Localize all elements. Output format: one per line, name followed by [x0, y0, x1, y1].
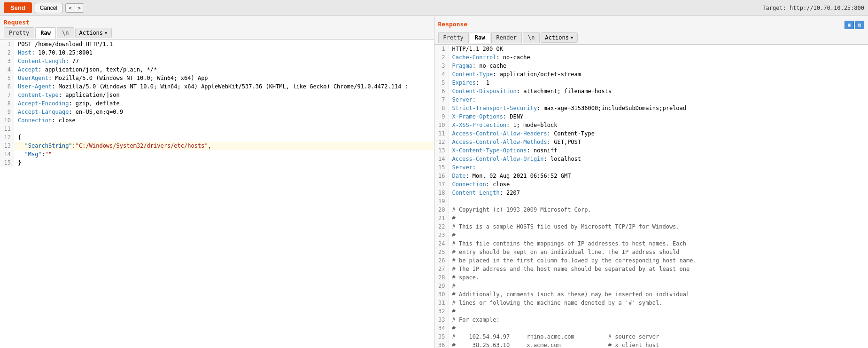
line-number: 11 [434, 129, 449, 138]
line-content: POST /home/download HTTP/1.1 [14, 40, 434, 48]
line-content: Content-Disposition: attachment; filenam… [449, 87, 868, 95]
line-content: Server: [449, 95, 868, 104]
table-row: 31# lines or following the machine name … [434, 299, 868, 307]
line-number: 32 [434, 307, 449, 316]
line-content: X-Frame-Options: DENY [449, 112, 868, 121]
table-row: 7Server: [434, 95, 868, 104]
line-number: 25 [434, 248, 449, 256]
request-content: 1POST /home/download HTTP/1.12Host: 10.7… [0, 40, 434, 348]
line-number: 1 [0, 40, 14, 48]
table-row: 17Connection: close [434, 180, 868, 189]
table-row: 13X-Content-Type-Options: nosniff [434, 146, 868, 155]
line-number: 36 [434, 341, 449, 348]
line-content: Connection: close [14, 116, 434, 125]
line-number: 5 [0, 74, 14, 82]
line-number: 11 [0, 125, 14, 133]
line-number: 6 [434, 87, 449, 95]
line-number: 17 [434, 180, 449, 189]
response-tab-actions[interactable]: Actions ▾ [541, 32, 578, 43]
table-row: 18Content-Length: 2207 [434, 189, 868, 197]
line-content [14, 125, 434, 133]
response-tab-ln[interactable]: \n [523, 32, 540, 43]
line-content: User-Agent: Mozilla/5.0 (Windows NT 10.0… [14, 82, 434, 91]
line-number: 4 [434, 70, 449, 79]
line-content: # The IP address and the host name shoul… [449, 265, 868, 273]
line-number: 31 [434, 299, 449, 307]
line-content: # Copyright (c) 1993-2009 Microsoft Corp… [449, 206, 868, 214]
send-button[interactable]: Send [4, 2, 32, 13]
line-number: 34 [434, 324, 449, 332]
table-row: 1HTTP/1.1 200 OK [434, 45, 868, 53]
table-row: 7content-type: application/json [0, 91, 434, 99]
table-row: 10X-XSS-Protection: 1; mode=block [434, 121, 868, 129]
table-row: 5UserAgent: Mozilla/5.0 (Windows NT 10.0… [0, 74, 434, 82]
table-row: 16Date: Mon, 02 Aug 2021 06:56:52 GMT [434, 172, 868, 180]
table-row: 1POST /home/download HTTP/1.1 [0, 40, 434, 48]
line-number: 7 [0, 91, 14, 99]
line-content: Strict-Transport-Security: max-age=31536… [449, 104, 868, 112]
table-row: 4Content-Type: application/octet-stream [434, 70, 868, 79]
table-row: 2Host: 10.70.10.25:8001 [0, 48, 434, 57]
line-number: 28 [434, 273, 449, 282]
response-tab-pretty[interactable]: Pretty [438, 32, 469, 43]
line-number: 4 [0, 65, 14, 74]
table-row: 10Connection: close [0, 116, 434, 125]
table-row: 20# Copyright (c) 1993-2009 Microsoft Co… [434, 206, 868, 214]
table-row: 29# [434, 282, 868, 290]
request-pane: Request Pretty Raw \n Actions ▾ 1POST /h… [0, 16, 434, 348]
cancel-button[interactable]: Cancel [35, 3, 62, 13]
response-tab-raw[interactable]: Raw [470, 32, 490, 43]
line-number: 27 [434, 265, 449, 273]
nav-forward-button[interactable]: > [75, 4, 84, 12]
split-view-icon[interactable]: ▣ [845, 21, 854, 29]
nav-back-button[interactable]: < [66, 4, 75, 12]
table-row: 23# [434, 231, 868, 239]
line-number: 33 [434, 316, 449, 324]
line-content: Connection: close [449, 180, 868, 189]
table-row: 15Server: [434, 163, 868, 172]
line-content: # This is a sample HOSTS file used by Mi… [449, 222, 868, 231]
line-content: Access-Control-Allow-Origin: localhost [449, 155, 868, 163]
line-number: 19 [434, 197, 449, 206]
line-content: HTTP/1.1 200 OK [449, 45, 868, 53]
request-tab-pretty[interactable]: Pretty [4, 27, 34, 38]
line-number: 18 [434, 189, 449, 197]
table-row: 35# 102.54.94.97 rhino.acme.com # source… [434, 332, 868, 341]
line-content: Accept-Encoding: gzip, deflate [14, 99, 434, 108]
table-row: 2Cache-Control: no-cache [434, 53, 868, 62]
table-row: 3Content-Length: 77 [0, 57, 434, 65]
single-view-icon[interactable]: ▤ [855, 21, 864, 29]
table-row: 11 [0, 125, 434, 133]
table-row: 8Accept-Encoding: gzip, deflate [0, 99, 434, 108]
request-tab-ln[interactable]: \n [57, 27, 74, 38]
request-tab-actions[interactable]: Actions ▾ [75, 28, 112, 38]
line-number: 29 [434, 282, 449, 290]
line-number: 16 [434, 172, 449, 180]
line-content: # lines or following the machine name de… [449, 299, 868, 307]
line-number: 10 [434, 121, 449, 129]
line-content: Expires: -1 [449, 79, 868, 87]
line-number: 26 [434, 256, 449, 265]
table-row: 14Access-Control-Allow-Origin: localhost [434, 155, 868, 163]
line-number: 8 [434, 104, 449, 112]
line-content: Date: Mon, 02 Aug 2021 06:56:52 GMT [449, 172, 868, 180]
response-tab-render[interactable]: Render [491, 32, 522, 43]
line-content: } [14, 158, 434, 167]
line-number: 2 [0, 48, 14, 57]
request-tab-raw[interactable]: Raw [35, 27, 56, 39]
line-content: UserAgent: Mozilla/5.0 (Windows NT 10.0;… [14, 74, 434, 82]
table-row: 15} [0, 158, 434, 167]
line-number: 13 [434, 146, 449, 155]
table-row: 24# This file contains the mappings of I… [434, 239, 868, 248]
line-content: Content-Type: application/octet-stream [449, 70, 868, 79]
toolbar: Send Cancel < > Target: http://10.70.10.… [0, 0, 868, 16]
table-row: 4Accept: application/json, text/plain, *… [0, 65, 434, 74]
line-number: 15 [0, 158, 14, 167]
line-number: 9 [434, 112, 449, 121]
line-number: 12 [0, 133, 14, 142]
table-row: 8Strict-Transport-Security: max-age=3153… [434, 104, 868, 112]
table-row: 6User-Agent: Mozilla/5.0 (Windows NT 10.… [0, 82, 434, 91]
table-row: 12Access-Control-Allow-Methods: GET,POST [434, 138, 868, 146]
table-row: 11Access-Control-Allow-Headers: Content-… [434, 129, 868, 138]
line-content: # [449, 231, 868, 239]
